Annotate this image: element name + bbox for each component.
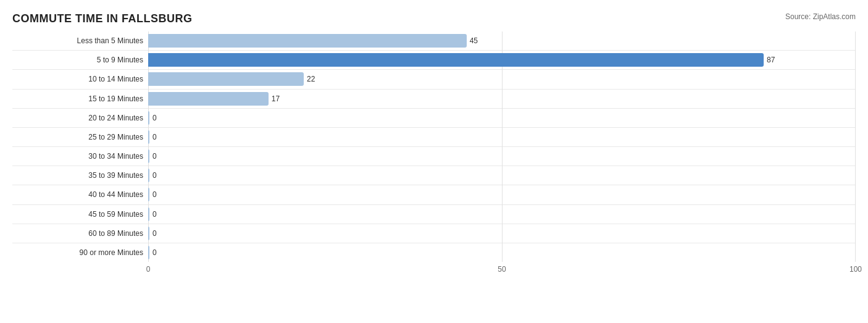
- bar-fill: [148, 72, 304, 86]
- bar-label: Less than 5 Minutes: [12, 36, 148, 45]
- bar-row: 60 to 89 Minutes0: [12, 224, 856, 243]
- bar-fill: [148, 111, 149, 125]
- bar-value: 0: [152, 114, 157, 122]
- bar-fill: [148, 169, 149, 182]
- bar-row: 10 to 14 Minutes22: [12, 70, 856, 89]
- bar-value: 87: [767, 56, 775, 64]
- bar-value: 0: [152, 133, 157, 141]
- bar-value: 22: [307, 75, 315, 83]
- bar-label: 10 to 14 Minutes: [12, 75, 148, 83]
- x-tick: 0: [146, 265, 151, 274]
- bar-value: 45: [470, 36, 478, 45]
- bar-value: 0: [152, 190, 157, 199]
- bar-fill: [148, 34, 467, 48]
- bar-row: 40 to 44 Minutes0: [12, 185, 856, 204]
- bar-wrapper: 0: [148, 205, 856, 224]
- source-label: Source: ZipAtlas.com: [785, 12, 856, 21]
- bar-wrapper: 0: [148, 185, 856, 204]
- x-axis: 050100: [148, 262, 856, 280]
- bar-label: 60 to 89 Minutes: [12, 229, 148, 238]
- bar-row: 15 to 19 Minutes17: [12, 90, 856, 109]
- bar-fill: [148, 53, 764, 67]
- bar-wrapper: 0: [148, 243, 856, 262]
- bar-row: 45 to 59 Minutes0: [12, 205, 856, 224]
- bar-label: 25 to 29 Minutes: [12, 133, 148, 141]
- bar-value: 0: [152, 171, 157, 180]
- bar-row: 30 to 34 Minutes0: [12, 147, 856, 166]
- bar-label: 5 to 9 Minutes: [12, 56, 148, 64]
- bar-label: 20 to 24 Minutes: [12, 114, 148, 122]
- bar-label: 35 to 39 Minutes: [12, 171, 148, 180]
- bar-label: 40 to 44 Minutes: [12, 190, 148, 199]
- bar-wrapper: 22: [148, 70, 856, 88]
- bar-wrapper: 0: [148, 109, 856, 127]
- bar-fill: [148, 208, 149, 221]
- x-tick: 50: [498, 265, 506, 274]
- bar-value: 0: [152, 152, 157, 161]
- x-tick: 100: [849, 265, 862, 274]
- bar-fill: [148, 227, 149, 240]
- bar-wrapper: 0: [148, 224, 856, 243]
- bar-label: 15 to 19 Minutes: [12, 94, 148, 103]
- bar-wrapper: 0: [148, 166, 856, 185]
- bar-row: 25 to 29 Minutes0: [12, 128, 856, 147]
- bar-value: 0: [152, 210, 157, 219]
- bar-fill: [148, 130, 149, 144]
- bar-wrapper: 0: [148, 128, 856, 146]
- bar-fill: [148, 188, 149, 201]
- bar-label: 30 to 34 Minutes: [12, 152, 148, 161]
- bar-row: 35 to 39 Minutes0: [12, 166, 856, 185]
- chart-container: COMMUTE TIME IN FALLSBURG Source: ZipAtl…: [0, 0, 868, 323]
- bar-wrapper: 17: [148, 90, 856, 108]
- chart-area: Less than 5 Minutes455 to 9 Minutes8710 …: [12, 31, 856, 280]
- bars-section: Less than 5 Minutes455 to 9 Minutes8710 …: [12, 31, 856, 262]
- bar-value: 0: [152, 229, 157, 238]
- bar-label: 45 to 59 Minutes: [12, 210, 148, 219]
- bar-fill: [148, 149, 149, 163]
- bar-value: 0: [152, 248, 157, 257]
- chart-title: COMMUTE TIME IN FALLSBURG: [12, 12, 856, 25]
- bar-label: 90 or more Minutes: [12, 248, 148, 257]
- bar-fill: [148, 92, 269, 106]
- bar-row: Less than 5 Minutes45: [12, 31, 856, 51]
- bar-wrapper: 87: [148, 51, 856, 69]
- bar-wrapper: 0: [148, 147, 856, 166]
- bar-row: 90 or more Minutes0: [12, 243, 856, 262]
- bar-row: 5 to 9 Minutes87: [12, 51, 856, 70]
- bar-wrapper: 45: [148, 31, 856, 50]
- bar-fill: [148, 246, 149, 259]
- bar-row: 20 to 24 Minutes0: [12, 109, 856, 128]
- bar-value: 17: [272, 94, 280, 103]
